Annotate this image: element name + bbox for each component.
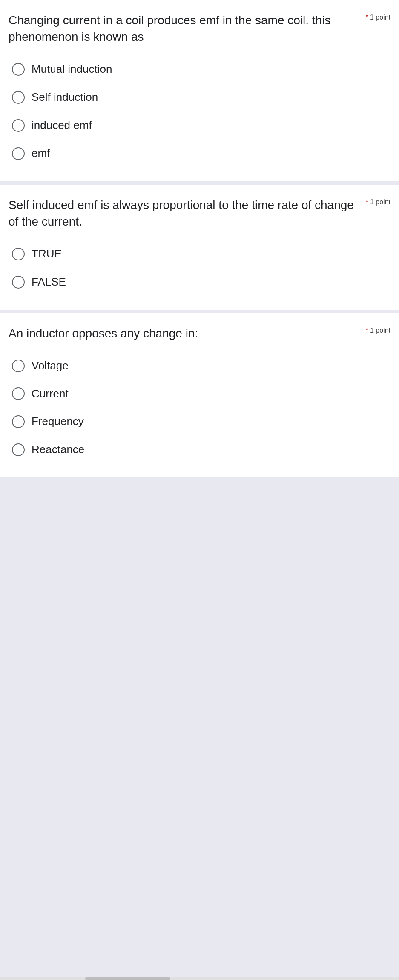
option-q3-c[interactable]: Frequency (9, 408, 390, 436)
quiz-page: Changing current in a coil produces emf … (0, 0, 399, 477)
question-1-text: Changing current in a coil produces emf … (9, 12, 366, 45)
radio-q1-b[interactable] (12, 91, 25, 104)
question-3-section: An inductor opposes any change in: * 1 p… (0, 313, 399, 477)
question-2-text: Self induced emf is always proportional … (9, 197, 366, 230)
question-1-header: Changing current in a coil produces emf … (9, 12, 390, 45)
option-label-q3-b: Current (32, 387, 69, 401)
radio-q3-b[interactable] (12, 387, 25, 400)
required-star-2: * (366, 198, 368, 206)
scrollbar-thumb[interactable] (85, 977, 170, 980)
radio-q3-c[interactable] (12, 415, 25, 428)
required-star-1: * (366, 14, 368, 21)
question-1-section: Changing current in a coil produces emf … (0, 0, 399, 181)
option-q1-b[interactable]: Self induction (9, 83, 390, 111)
option-q1-d[interactable]: emf (9, 140, 390, 168)
scrollbar[interactable] (0, 977, 399, 980)
option-label-q2-b: FALSE (32, 275, 66, 289)
option-q1-a[interactable]: Mutual induction (9, 55, 390, 83)
point-label-2: 1 point (370, 198, 390, 206)
option-label-q1-b: Self induction (32, 90, 98, 105)
radio-q2-b[interactable] (12, 276, 25, 289)
question-3-points: * 1 point (366, 327, 390, 334)
radio-q3-d[interactable] (12, 443, 25, 456)
radio-q1-a[interactable] (12, 63, 25, 76)
option-label-q1-a: Mutual induction (32, 62, 112, 77)
option-label-q1-d: emf (32, 146, 50, 161)
option-label-q3-d: Reactance (32, 443, 84, 457)
required-star-3: * (366, 327, 368, 334)
question-1-options: Mutual induction Self induction induced … (9, 55, 390, 167)
point-label-3: 1 point (370, 327, 390, 334)
question-2-options: TRUE FALSE (9, 240, 390, 296)
question-1-points: * 1 point (366, 14, 390, 21)
option-label-q3-a: Voltage (32, 359, 69, 373)
question-2-points: * 1 point (366, 198, 390, 206)
radio-q1-c[interactable] (12, 119, 25, 132)
option-label-q3-c: Frequency (32, 414, 84, 429)
question-3-text: An inductor opposes any change in: (9, 325, 366, 342)
question-2-header: Self induced emf is always proportional … (9, 197, 390, 230)
radio-q3-a[interactable] (12, 360, 25, 372)
question-3-header: An inductor opposes any change in: * 1 p… (9, 325, 390, 342)
option-label-q2-a: TRUE (32, 247, 62, 261)
option-q2-b[interactable]: FALSE (9, 268, 390, 296)
radio-q1-d[interactable] (12, 147, 25, 160)
question-3-options: Voltage Current Frequency Reactance (9, 352, 390, 464)
option-q3-b[interactable]: Current (9, 380, 390, 408)
question-2-section: Self induced emf is always proportional … (0, 185, 399, 310)
point-label-1: 1 point (370, 14, 390, 21)
option-label-q1-c: induced emf (32, 118, 92, 133)
option-q2-a[interactable]: TRUE (9, 240, 390, 268)
option-q3-a[interactable]: Voltage (9, 352, 390, 380)
radio-q2-a[interactable] (12, 248, 25, 260)
option-q1-c[interactable]: induced emf (9, 111, 390, 140)
option-q3-d[interactable]: Reactance (9, 436, 390, 464)
